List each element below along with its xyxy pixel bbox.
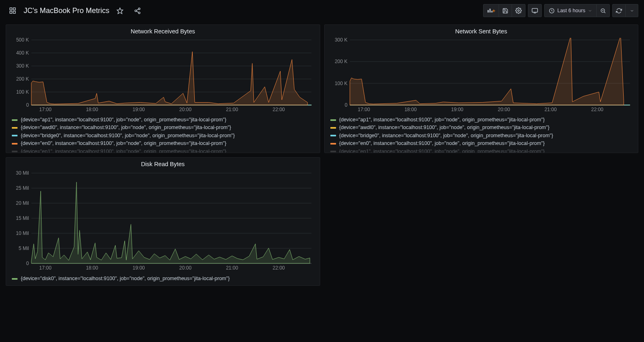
legend-item[interactable]: {device="ap1", instance="localhost:9100"… <box>12 116 314 124</box>
svg-text:25 Mil: 25 Mil <box>16 185 29 191</box>
svg-line-18 <box>604 12 605 13</box>
save-button[interactable] <box>499 4 512 17</box>
svg-text:300 K: 300 K <box>16 63 29 69</box>
legend-label: {device="bridge0", instance="localhost:9… <box>21 132 235 140</box>
legend-label: {device="awdl0", instance="localhost:910… <box>21 124 231 132</box>
svg-text:200 K: 200 K <box>334 59 347 64</box>
dashboard-header: JC's MacBook Pro Metrics + <box>0 0 644 21</box>
panel-network-sent[interactable]: Network Sent Bytes 0100 K200 K300 K17:00… <box>324 24 639 153</box>
time-range-picker[interactable]: Last 6 hours <box>544 4 597 17</box>
legend-swatch <box>12 135 18 136</box>
svg-text:22:00: 22:00 <box>273 265 285 271</box>
svg-text:10 Mil: 10 Mil <box>16 230 29 236</box>
star-icon[interactable] <box>113 4 127 17</box>
svg-text:30 Mil: 30 Mil <box>16 171 29 176</box>
legend-swatch <box>12 127 18 129</box>
svg-text:200 K: 200 K <box>16 76 29 82</box>
chevron-down-icon <box>630 9 634 13</box>
panel-title: Disk Read Bytes <box>6 158 320 169</box>
svg-text:0: 0 <box>345 102 347 108</box>
share-icon[interactable] <box>131 4 144 17</box>
legend-item[interactable]: {device="en0", instance="localhost:9100"… <box>12 140 314 147</box>
svg-text:22:00: 22:00 <box>591 107 603 112</box>
legend-swatch <box>12 119 18 121</box>
svg-text:21:00: 21:00 <box>544 107 556 112</box>
settings-button[interactable] <box>512 4 525 17</box>
legend-label: {device="ap1", instance="localhost:9100"… <box>339 116 545 124</box>
svg-text:17:00: 17:00 <box>39 265 51 271</box>
svg-text:0: 0 <box>26 102 29 108</box>
dashboard-title[interactable]: JC's MacBook Pro Metrics <box>24 7 109 15</box>
zoom-out-button[interactable] <box>596 4 610 17</box>
panel-title: Network Sent Bytes <box>325 25 638 36</box>
svg-point-5 <box>138 8 140 9</box>
legend-item[interactable]: {device="en0", instance="localhost:9100"… <box>330 140 633 147</box>
svg-text:21:00: 21:00 <box>226 107 238 112</box>
svg-text:5 Mil: 5 Mil <box>19 246 29 251</box>
svg-text:20:00: 20:00 <box>179 107 191 112</box>
svg-text:100 K: 100 K <box>16 89 29 95</box>
svg-rect-14 <box>532 9 538 12</box>
svg-line-9 <box>137 11 139 12</box>
svg-line-8 <box>137 9 139 10</box>
svg-point-6 <box>135 10 137 11</box>
legend-label: {device="awdl0", instance="localhost:910… <box>339 124 549 132</box>
svg-text:100 K: 100 K <box>334 81 347 86</box>
legend-item[interactable]: {device="en1", instance="localhost:9100"… <box>12 148 314 153</box>
legend-label: {device="ap1", instance="localhost:9100"… <box>21 116 226 124</box>
svg-text:500 K: 500 K <box>16 38 29 43</box>
svg-rect-0 <box>10 8 12 10</box>
tv-mode-button[interactable] <box>528 4 542 17</box>
svg-rect-3 <box>13 11 15 13</box>
svg-text:20 Mil: 20 Mil <box>16 200 29 206</box>
svg-rect-11 <box>489 9 490 12</box>
svg-text:18:00: 18:00 <box>86 107 98 112</box>
svg-text:400 K: 400 K <box>16 50 29 56</box>
svg-text:17:00: 17:00 <box>39 107 51 112</box>
svg-text:20:00: 20:00 <box>179 265 191 271</box>
svg-text:18:00: 18:00 <box>404 107 416 112</box>
svg-point-13 <box>518 10 519 11</box>
svg-text:22:00: 22:00 <box>273 107 285 112</box>
svg-text:18:00: 18:00 <box>86 265 98 271</box>
svg-text:19:00: 19:00 <box>133 107 145 112</box>
legend: {device="disk0", instance="localhost:910… <box>6 272 320 285</box>
add-panel-button[interactable]: + <box>483 4 499 17</box>
legend-label: {device="en0", instance="localhost:9100"… <box>339 140 545 147</box>
svg-text:19:00: 19:00 <box>133 265 145 271</box>
svg-rect-10 <box>488 10 489 13</box>
panel-network-received[interactable]: Network Received Bytes 0100 K200 K300 K4… <box>6 24 320 153</box>
svg-text:0: 0 <box>26 261 29 266</box>
svg-rect-2 <box>10 11 12 13</box>
svg-text:19:00: 19:00 <box>451 107 463 112</box>
legend-label: {device="disk0", instance="localhost:910… <box>21 275 230 283</box>
legend-swatch <box>330 143 336 145</box>
legend: {device="ap1", instance="localhost:9100"… <box>6 114 320 153</box>
svg-text:21:00: 21:00 <box>226 265 238 271</box>
panel-disk-read[interactable]: Disk Read Bytes 05 Mil10 Mil15 Mil20 Mil… <box>6 157 320 286</box>
plus-icon: + <box>492 8 496 14</box>
legend-item[interactable]: {device="awdl0", instance="localhost:910… <box>12 124 314 132</box>
legend-item[interactable]: {device="awdl0", instance="localhost:910… <box>330 124 633 132</box>
svg-rect-1 <box>13 8 15 10</box>
legend-label: {device="bridge0", instance="localhost:9… <box>339 132 553 140</box>
apps-icon[interactable] <box>6 4 20 17</box>
legend-item[interactable]: {device="bridge0", instance="localhost:9… <box>12 132 314 140</box>
refresh-button[interactable] <box>612 4 626 17</box>
time-range-label: Last 6 hours <box>557 8 585 13</box>
legend-item[interactable]: {device="ap1", instance="localhost:9100"… <box>330 116 633 124</box>
legend-label: {device="en0", instance="localhost:9100"… <box>21 140 226 147</box>
legend-swatch <box>330 127 336 129</box>
svg-marker-4 <box>117 8 123 13</box>
legend-item[interactable]: {device="en1", instance="localhost:9100"… <box>330 148 633 153</box>
svg-text:17:00: 17:00 <box>358 107 370 112</box>
refresh-interval-picker[interactable] <box>625 4 638 17</box>
legend-swatch <box>12 278 18 280</box>
legend-item[interactable]: {device="bridge0", instance="localhost:9… <box>330 132 633 140</box>
legend-swatch <box>12 143 18 145</box>
svg-text:300 K: 300 K <box>334 38 347 43</box>
panel-title: Network Received Bytes <box>6 25 320 36</box>
legend-swatch <box>330 135 336 136</box>
svg-text:15 Mil: 15 Mil <box>16 215 29 221</box>
legend-item[interactable]: {device="disk0", instance="localhost:910… <box>12 275 314 283</box>
